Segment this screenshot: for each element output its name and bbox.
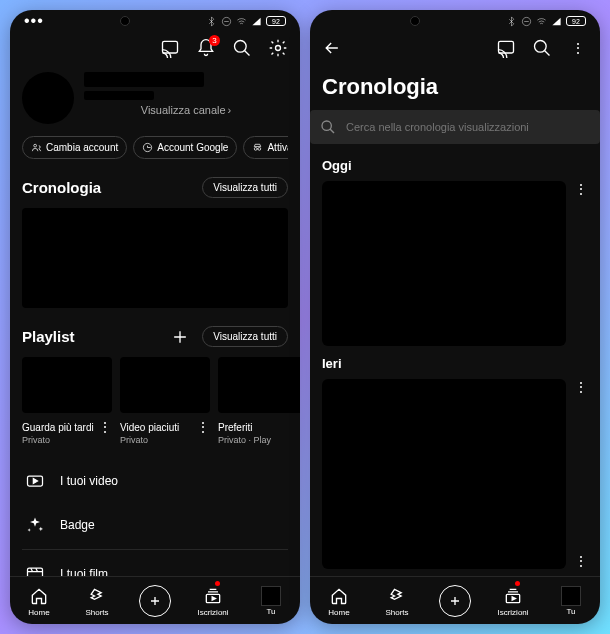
shorts-icon [86,585,108,607]
plus-icon [170,327,190,347]
back-button[interactable] [322,38,342,58]
do-not-disturb-icon [521,16,532,27]
nav-avatar [561,586,581,606]
today-label: Oggi [322,158,588,173]
more-icon[interactable]: ⋮ [574,553,588,569]
playlist-item[interactable]: Guarda più tardi⋮ Privato [22,357,112,445]
more-icon[interactable]: ⋮ [294,419,300,435]
playlist-item[interactable]: Preferiti⋮ Privato · Play [218,357,300,445]
notification-dot [515,581,520,586]
avatar[interactable] [22,72,74,124]
your-videos-row[interactable]: I tuoi video [22,459,288,503]
bluetooth-icon [506,16,517,27]
search-button[interactable] [532,38,552,58]
battery-indicator: 92 [266,16,286,26]
front-camera [410,16,420,26]
more-icon[interactable]: ⋮ [574,379,588,395]
yesterday-label: Ieri [322,356,588,371]
more-icon[interactable]: ⋮ [98,419,112,435]
search-icon [232,38,252,58]
cast-icon[interactable] [160,38,180,58]
do-not-disturb-icon [221,16,232,27]
more-icon: ⋮ [571,40,585,56]
plus-circle-icon [139,585,171,617]
status-bar: ••• 92 [10,10,300,28]
history-item[interactable]: ⋮ [322,181,588,346]
playlist-item[interactable]: Video piaciuti⋮ Privato [120,357,210,445]
nav-create[interactable] [426,577,484,624]
playlist-title: Playlist [22,328,75,345]
svg-point-14 [322,121,331,130]
notifications-button[interactable]: 3 [196,38,216,58]
nav-you[interactable]: Tu [542,577,600,624]
view-channel-link[interactable]: Visualizza canale › [84,104,288,116]
settings-button[interactable] [268,38,288,58]
nav-you[interactable]: Tu [242,577,300,624]
bottom-nav: Home Shorts Iscrizioni Tu [10,576,300,624]
switch-account-pill[interactable]: Cambia account [22,136,127,159]
nav-shorts[interactable]: Shorts [368,577,426,624]
arrow-left-icon [322,38,342,58]
search-input[interactable] [346,121,590,133]
notification-dot [215,581,220,586]
app-bar: 3 [10,28,300,68]
nav-subscriptions[interactable]: Iscrizioni [184,577,242,624]
battery-indicator: 92 [566,16,586,26]
your-movies-row[interactable]: I tuoi film [22,552,288,576]
bottom-nav: Home Shorts Iscrizioni Tu [310,576,600,624]
svg-point-13 [535,41,547,53]
playlist-thumbnail [120,357,210,413]
nav-avatar [261,586,281,606]
nav-shorts[interactable]: Shorts [68,577,126,624]
google-account-pill[interactable]: Account Google [133,136,237,159]
search-button[interactable] [232,38,252,58]
history-thumbnail-redacted [322,181,566,346]
incognito-pill[interactable]: Attiva la navigazione [243,136,288,159]
profile-name-redacted [84,72,204,87]
search-icon [320,119,336,135]
nav-home[interactable]: Home [310,577,368,624]
subscriptions-icon [502,585,524,607]
svg-rect-1 [163,41,178,53]
today-section: Oggi ⋮ [322,158,588,346]
app-bar: ⋮ [310,28,600,68]
phone-left: ••• 92 3 Visualizza [10,10,300,624]
profile-header: Visualizza canale › [22,72,288,124]
more-icon[interactable]: ⋮ [196,419,210,435]
history-view-all-button[interactable]: Visualizza tutti [202,177,288,198]
wifi-icon [536,16,547,27]
history-title: Cronologia [22,179,101,196]
bluetooth-icon [206,16,217,27]
shorts-icon [386,585,408,607]
notification-badge: 3 [209,35,220,46]
front-camera [120,16,130,26]
signal-icon [551,16,562,27]
subscriptions-icon [202,585,224,607]
incognito-icon [252,142,263,153]
plus-circle-icon [439,585,471,617]
nav-create[interactable] [126,577,184,624]
divider [22,549,288,550]
account-pills: Cambia account Account Google Attiva la … [22,136,288,159]
more-icon[interactable]: ⋮ [574,181,588,346]
more-button[interactable]: ⋮ [568,38,588,58]
svg-point-4 [34,144,37,147]
sparkle-icon [24,514,46,536]
svg-point-3 [276,46,281,51]
history-section: Cronologia Visualizza tutti [22,177,288,308]
status-bar: 92 [310,10,600,28]
cast-icon[interactable] [496,38,516,58]
history-item[interactable]: ⋮ ⋮ [322,379,588,569]
history-thumbnail-redacted[interactable] [22,208,288,308]
people-icon [31,142,42,153]
playlist-view-all-button[interactable]: Visualizza tutti [202,326,288,347]
badge-row[interactable]: Badge [22,503,288,547]
chevron-right-icon: › [228,104,232,116]
playlist-section: Playlist Visualizza tutti Guarda più tar… [22,326,288,445]
phone-right: 92 ⋮ Cronologia Oggi ⋮ Ieri [310,10,600,624]
add-playlist-button[interactable] [170,327,190,347]
nav-home[interactable]: Home [10,577,68,624]
history-search[interactable] [310,110,600,144]
home-icon [28,585,50,607]
nav-subscriptions[interactable]: Iscrizioni [484,577,542,624]
